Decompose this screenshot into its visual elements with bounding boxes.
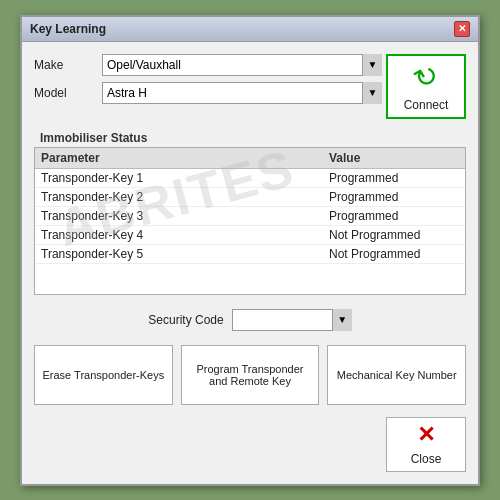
immobiliser-label: Immobiliser Status bbox=[34, 127, 466, 147]
security-label: Security Code bbox=[148, 313, 223, 327]
form-fields: Make Opel/Vauxhall ▼ Model Astra H bbox=[34, 54, 382, 104]
title-bar-close-button[interactable]: ✕ bbox=[454, 21, 470, 37]
param-cell: Transponder-Key 5 bbox=[41, 247, 329, 261]
make-label: Make bbox=[34, 58, 94, 72]
security-row: Security Code ▼ bbox=[34, 303, 466, 337]
table-row: Transponder-Key 3 Programmed bbox=[35, 207, 465, 226]
window-body: Make Opel/Vauxhall ▼ Model Astra H bbox=[22, 42, 478, 484]
mechanical-key-number-button[interactable]: Mechanical Key Number bbox=[327, 345, 466, 405]
close-label: Close bbox=[411, 452, 442, 466]
value-header: Value bbox=[329, 151, 459, 165]
security-code-select[interactable] bbox=[232, 309, 352, 331]
make-select[interactable]: Opel/Vauxhall bbox=[102, 54, 382, 76]
action-buttons: Erase Transponder-Keys Program Transpond… bbox=[34, 345, 466, 405]
param-cell: Transponder-Key 4 bbox=[41, 228, 329, 242]
param-cell: Transponder-Key 1 bbox=[41, 171, 329, 185]
value-cell: Programmed bbox=[329, 209, 459, 223]
param-cell: Transponder-Key 2 bbox=[41, 190, 329, 204]
immobiliser-table: ABRITES Parameter Value Transponder-Key … bbox=[34, 147, 466, 295]
model-select-wrapper: Astra H ▼ bbox=[102, 82, 382, 104]
value-cell: Not Programmed bbox=[329, 228, 459, 242]
value-cell: Not Programmed bbox=[329, 247, 459, 261]
title-bar: Key Learning ✕ bbox=[22, 17, 478, 42]
window-title: Key Learning bbox=[30, 22, 106, 36]
table-header: Parameter Value bbox=[35, 148, 465, 169]
top-area: Make Opel/Vauxhall ▼ Model Astra H bbox=[34, 54, 466, 119]
make-select-wrapper: Opel/Vauxhall ▼ bbox=[102, 54, 382, 76]
connect-icon: ↻ bbox=[408, 57, 444, 97]
value-cell: Programmed bbox=[329, 190, 459, 204]
program-transponder-button[interactable]: Program Transponder and Remote Key bbox=[181, 345, 320, 405]
table-row: Transponder-Key 4 Not Programmed bbox=[35, 226, 465, 245]
param-cell: Transponder-Key 3 bbox=[41, 209, 329, 223]
connect-button[interactable]: ↻ Connect bbox=[386, 54, 466, 119]
table-spacer bbox=[35, 264, 465, 294]
table-row: Transponder-Key 1 Programmed bbox=[35, 169, 465, 188]
table-row: Transponder-Key 2 Programmed bbox=[35, 188, 465, 207]
security-select-wrapper: ▼ bbox=[232, 309, 352, 331]
erase-transponder-keys-button[interactable]: Erase Transponder-Keys bbox=[34, 345, 173, 405]
value-cell: Programmed bbox=[329, 171, 459, 185]
model-label: Model bbox=[34, 86, 94, 100]
model-row: Model Astra H ▼ bbox=[34, 82, 382, 104]
make-row: Make Opel/Vauxhall ▼ bbox=[34, 54, 382, 76]
close-icon: ✕ bbox=[417, 422, 435, 448]
close-button[interactable]: ✕ Close bbox=[386, 417, 466, 472]
param-header: Parameter bbox=[41, 151, 329, 165]
close-row: ✕ Close bbox=[34, 413, 466, 472]
connect-label: Connect bbox=[404, 98, 449, 112]
key-learning-window: Key Learning ✕ Make Opel/Vauxhall ▼ bbox=[20, 15, 480, 486]
immobiliser-section: Immobiliser Status ABRITES Parameter Val… bbox=[34, 127, 466, 295]
model-select[interactable]: Astra H bbox=[102, 82, 382, 104]
table-row: Transponder-Key 5 Not Programmed bbox=[35, 245, 465, 264]
